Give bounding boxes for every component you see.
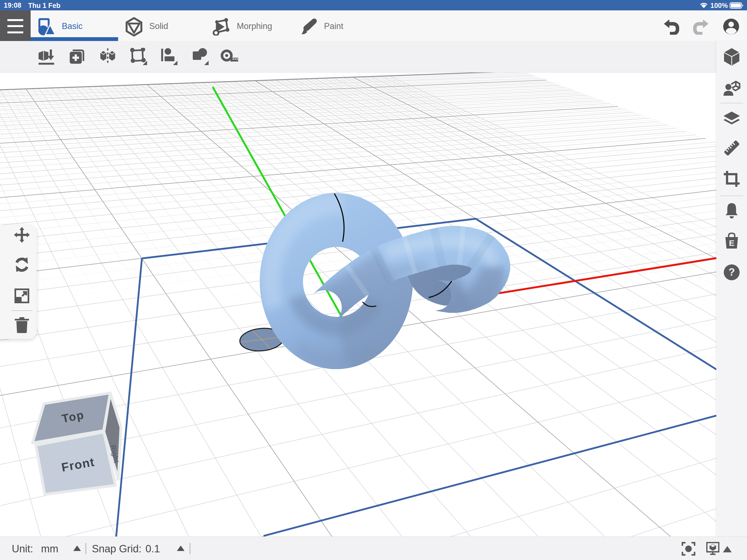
svg-text:?: ? [728, 266, 735, 278]
svg-text:E: E [729, 238, 735, 248]
